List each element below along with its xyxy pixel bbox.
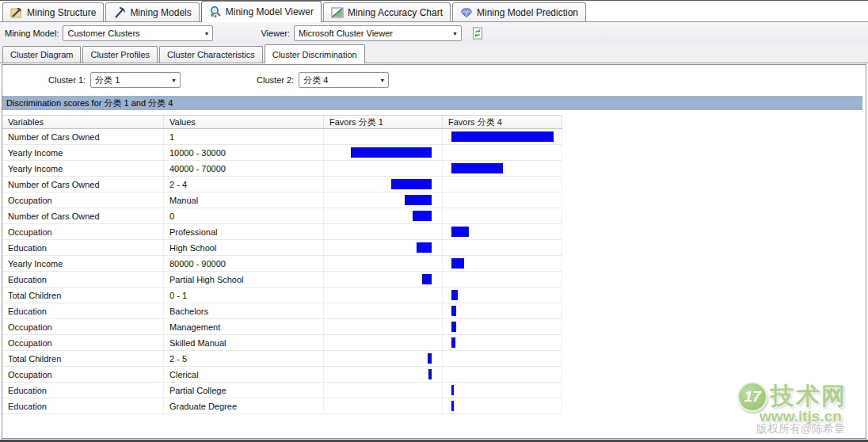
value-cell: High School [164, 240, 324, 255]
favors-cluster1-cell [324, 272, 443, 287]
discrimination-bar [451, 337, 455, 348]
discrimination-bar [451, 401, 454, 411]
variable-cell: Yearly Income [2, 161, 164, 176]
favors-cluster1-cell [324, 208, 443, 223]
favors-cluster4-cell [443, 177, 562, 192]
tab-cluster-profiles[interactable]: Cluster Profiles [82, 46, 158, 63]
favors-cluster4-cell [443, 256, 562, 271]
table-row[interactable]: Yearly Income40000 - 70000 [2, 161, 562, 177]
mining-models-icon [113, 6, 126, 19]
tab-label: Mining Structure [27, 7, 96, 18]
cluster1-value: 分类 1 [95, 74, 120, 86]
favors-cluster4-cell [443, 240, 562, 255]
chevron-down-icon: ▼ [168, 73, 180, 87]
table-row[interactable]: EducationHigh School [2, 240, 562, 256]
viewer-value: Microsoft Cluster Viewer [299, 29, 393, 38]
mining-model-select[interactable]: Customer Clusters ▼ [63, 25, 213, 41]
tab-mining-model-viewer[interactable]: Mining Model Viewer [201, 1, 322, 22]
mining-accuracy-chart-icon [331, 6, 344, 19]
value-cell: 2 - 5 [164, 351, 324, 366]
tab-label: Mining Accuracy Chart [348, 7, 443, 18]
discrimination-bar [351, 147, 432, 158]
favors-cluster4-cell [443, 398, 562, 413]
variable-cell: Number of Cars Owned [2, 208, 164, 223]
value-cell: 1 [164, 129, 324, 144]
table-row[interactable]: EducationGraduate Degree [2, 398, 562, 414]
tab-mining-model-prediction[interactable]: Mining Model Prediction [452, 2, 586, 21]
tab-mining-structure[interactable]: Mining Structure [2, 2, 104, 21]
table-row[interactable]: Total Children0 - 1 [2, 288, 562, 303]
table-row[interactable]: EducationPartial College [2, 383, 562, 398]
favors-cluster4-cell [443, 351, 562, 366]
watermark-copyright: 版权所有@陈希章 [737, 422, 864, 436]
refresh-model-icon [472, 27, 483, 40]
tab-mining-models[interactable]: Mining Models [105, 2, 199, 21]
table-row[interactable]: OccupationManagement [2, 319, 562, 335]
value-cell: Graduate Degree [164, 398, 324, 413]
favors-cluster4-cell [443, 383, 562, 398]
table-row[interactable]: Yearly Income80000 - 90000 [2, 256, 562, 272]
discrimination-bar [451, 163, 503, 173]
favors-cluster4-cell [443, 224, 562, 239]
column-header-values[interactable]: Values [164, 116, 324, 128]
cluster-selector-row: Cluster 1: 分类 1 ▼ Cluster 2: 分类 4 ▼ [2, 71, 866, 89]
favors-cluster1-cell [324, 224, 443, 239]
value-cell: Manual [164, 192, 324, 208]
table-row[interactable]: Number of Cars Owned2 - 4 [2, 177, 562, 192]
favors-cluster1-cell [324, 145, 443, 160]
value-cell: 10000 - 30000 [164, 145, 324, 160]
favors-cluster1-cell [324, 161, 443, 176]
favors-cluster1-cell [324, 335, 443, 350]
cluster1-select[interactable]: 分类 1 ▼ [90, 72, 181, 88]
variable-cell: Education [2, 383, 164, 398]
table-header-row: Variables Values Favors 分类 1 Favors 分类 4 [2, 115, 562, 129]
table-row[interactable]: Total Children2 - 5 [2, 351, 562, 367]
favors-cluster1-cell [324, 303, 443, 318]
favors-cluster1-cell [324, 177, 443, 192]
discrimination-bar [405, 195, 432, 205]
tab-cluster-characteristics[interactable]: Cluster Characteristics [159, 46, 263, 63]
column-header-favors-cluster1[interactable]: Favors 分类 1 [324, 116, 443, 128]
table-row[interactable]: Number of Cars Owned1 [2, 129, 562, 145]
table-row[interactable]: EducationPartial High School [2, 272, 562, 288]
table-row[interactable]: Number of Cars Owned0 [2, 208, 562, 224]
variable-cell: Total Children [2, 288, 164, 303]
refresh-model-button[interactable] [470, 25, 485, 41]
favors-cluster4-cell [443, 192, 562, 208]
variable-cell: Occupation [2, 224, 164, 239]
discrimination-bar [451, 258, 464, 269]
discrimination-bar [422, 274, 432, 284]
tab-cluster-diagram[interactable]: Cluster Diagram [2, 46, 81, 63]
variable-cell: Yearly Income [2, 256, 164, 271]
table-body: Number of Cars Owned1Yearly Income10000 … [2, 129, 562, 414]
table-row[interactable]: Yearly Income10000 - 30000 [2, 145, 562, 161]
variable-cell: Education [2, 272, 164, 287]
variable-cell: Education [2, 240, 164, 255]
tab-label: Mining Model Prediction [477, 7, 578, 18]
favors-cluster1-cell [324, 240, 443, 255]
value-cell: 80000 - 90000 [164, 256, 324, 271]
chevron-down-icon: ▼ [449, 26, 461, 40]
table-row[interactable]: OccupationClerical [2, 367, 562, 383]
column-header-favors-cluster4[interactable]: Favors 分类 4 [443, 116, 562, 128]
tab-label: Mining Model Viewer [226, 6, 314, 17]
favors-cluster1-cell [324, 367, 443, 382]
variable-cell: Yearly Income [2, 145, 164, 160]
cluster2-select[interactable]: 分类 4 ▼ [299, 72, 389, 88]
viewer-select[interactable]: Microsoft Cluster Viewer ▼ [294, 25, 462, 41]
table-row[interactable]: OccupationProfessional [2, 224, 562, 240]
column-header-variables[interactable]: Variables [2, 116, 164, 128]
table-row[interactable]: OccupationManual [2, 192, 562, 208]
table-row[interactable]: EducationBachelors [2, 303, 562, 319]
value-cell: Bachelors [164, 303, 324, 318]
favors-cluster4-cell [443, 335, 562, 350]
favors-cluster1-cell [324, 192, 443, 208]
cluster2-label: Cluster 2: [257, 75, 294, 85]
tab-mining-accuracy-chart[interactable]: Mining Accuracy Chart [323, 2, 451, 21]
discrimination-bar [451, 385, 454, 395]
table-row[interactable]: OccupationSkilled Manual [2, 335, 562, 351]
favors-cluster1-cell [324, 383, 443, 398]
variable-cell: Education [2, 303, 164, 318]
tab-cluster-discrimination[interactable]: Cluster Discrimination [265, 44, 365, 63]
favors-cluster4-cell [443, 303, 562, 318]
